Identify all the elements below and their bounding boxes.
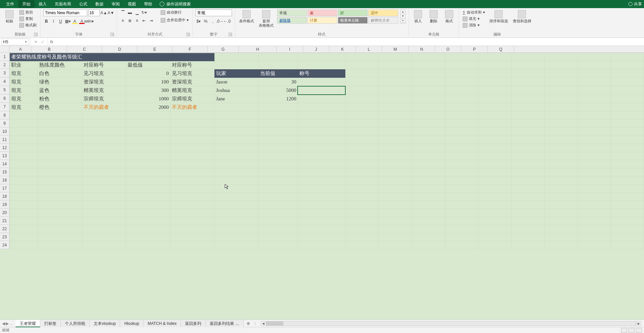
- cell[interactable]: [170, 120, 215, 128]
- cell[interactable]: [170, 185, 215, 193]
- cell[interactable]: [170, 241, 215, 249]
- copy-button[interactable]: 复制: [18, 16, 38, 22]
- cell[interactable]: [38, 209, 82, 217]
- scroll-right-icon[interactable]: ▶: [636, 321, 641, 326]
- cell[interactable]: [82, 201, 126, 209]
- cell[interactable]: [378, 61, 412, 69]
- cell[interactable]: [445, 217, 478, 225]
- cell[interactable]: [511, 193, 544, 201]
- cell[interactable]: [412, 160, 445, 168]
- horizontal-scrollbar[interactable]: ◀ ▶: [258, 321, 644, 326]
- cell[interactable]: [611, 136, 644, 144]
- cell[interactable]: 当前值: [259, 69, 298, 78]
- cell[interactable]: [170, 168, 215, 176]
- cell[interactable]: [544, 61, 577, 69]
- scroll-left-icon[interactable]: ◀: [261, 321, 266, 326]
- cell[interactable]: 300: [126, 86, 170, 95]
- cell[interactable]: [378, 53, 412, 61]
- cell[interactable]: [259, 241, 298, 249]
- cell[interactable]: 者荣耀熟练度称号及颜色等级汇: [10, 53, 215, 61]
- cell[interactable]: [577, 160, 611, 168]
- cell[interactable]: [412, 95, 445, 103]
- cell[interactable]: [259, 152, 298, 160]
- menu-tab-help[interactable]: 帮助: [140, 0, 156, 8]
- cell[interactable]: [445, 241, 478, 249]
- cell[interactable]: [38, 201, 82, 209]
- column-header[interactable]: M: [382, 46, 409, 52]
- sort-filter-button[interactable]: 排序和筛选: [488, 9, 509, 24]
- name-box[interactable]: H5▼: [1, 39, 29, 45]
- cell[interactable]: [298, 103, 345, 112]
- cell[interactable]: [611, 201, 644, 209]
- row-header[interactable]: 16: [0, 176, 9, 184]
- underline-button[interactable]: U: [58, 18, 64, 24]
- sheet-tab[interactable]: 个人所得税: [61, 320, 90, 327]
- cell[interactable]: [577, 95, 611, 103]
- cell[interactable]: [214, 193, 259, 201]
- cell[interactable]: [82, 193, 126, 201]
- select-all-corner[interactable]: [0, 46, 9, 53]
- cell[interactable]: [544, 152, 577, 160]
- cell[interactable]: [126, 160, 170, 168]
- cell[interactable]: [445, 53, 478, 61]
- style-hyperlink[interactable]: 超链接: [277, 17, 307, 24]
- cell[interactable]: [170, 160, 215, 168]
- cell[interactable]: [345, 112, 378, 120]
- cell[interactable]: [478, 168, 511, 176]
- cell[interactable]: [214, 233, 259, 241]
- sheet-tab[interactable]: 王者荣耀: [16, 320, 40, 327]
- cell[interactable]: [10, 225, 38, 233]
- cell[interactable]: [170, 176, 215, 185]
- cell[interactable]: [38, 128, 82, 136]
- cell[interactable]: [378, 144, 412, 152]
- cell[interactable]: [378, 209, 412, 217]
- cell[interactable]: [577, 69, 611, 78]
- column-header[interactable]: I: [277, 46, 303, 52]
- cell[interactable]: 坦克: [10, 103, 38, 112]
- cell[interactable]: [511, 201, 544, 209]
- cell[interactable]: [544, 95, 577, 103]
- cell[interactable]: [577, 209, 611, 217]
- sheet-nav-arrows[interactable]: ◀▶…: [0, 321, 16, 326]
- row-header[interactable]: 24: [0, 241, 9, 249]
- insert-cells-button[interactable]: 插入: [411, 9, 425, 24]
- decrease-decimal-icon[interactable]: ←.0: [224, 18, 230, 24]
- fx-icon[interactable]: fx: [48, 40, 55, 44]
- cell[interactable]: [544, 201, 577, 209]
- cell[interactable]: [378, 193, 412, 201]
- cell[interactable]: [345, 53, 378, 61]
- cell[interactable]: [82, 217, 126, 225]
- cell[interactable]: [126, 225, 170, 233]
- cell[interactable]: [170, 193, 215, 201]
- cell[interactable]: [478, 217, 511, 225]
- cell[interactable]: [298, 152, 345, 160]
- cell[interactable]: [611, 176, 644, 185]
- cell[interactable]: [214, 144, 259, 152]
- delete-cells-button[interactable]: 删除: [427, 9, 440, 24]
- cell[interactable]: [478, 193, 511, 201]
- cell[interactable]: [511, 144, 544, 152]
- cell[interactable]: [478, 78, 511, 86]
- cell[interactable]: [544, 193, 577, 201]
- cell[interactable]: [214, 120, 259, 128]
- cell[interactable]: [378, 103, 412, 112]
- cell[interactable]: [38, 120, 82, 128]
- cell[interactable]: [345, 61, 378, 69]
- cell[interactable]: [611, 103, 644, 112]
- cell[interactable]: [478, 128, 511, 136]
- cell[interactable]: [544, 128, 577, 136]
- style-good[interactable]: 好: [338, 9, 368, 16]
- cell[interactable]: [170, 112, 215, 120]
- row-header[interactable]: 21: [0, 217, 9, 225]
- cell[interactable]: [412, 120, 445, 128]
- cell[interactable]: [10, 241, 38, 249]
- cell[interactable]: [378, 95, 412, 103]
- find-select-button[interactable]: 查找和选择: [511, 9, 533, 24]
- cell[interactable]: [511, 136, 544, 144]
- cell[interactable]: [511, 160, 544, 168]
- cell[interactable]: [478, 95, 511, 103]
- cell[interactable]: 粉色: [38, 95, 82, 103]
- cell[interactable]: [412, 53, 445, 61]
- cell[interactable]: [577, 185, 611, 193]
- cell[interactable]: [511, 69, 544, 78]
